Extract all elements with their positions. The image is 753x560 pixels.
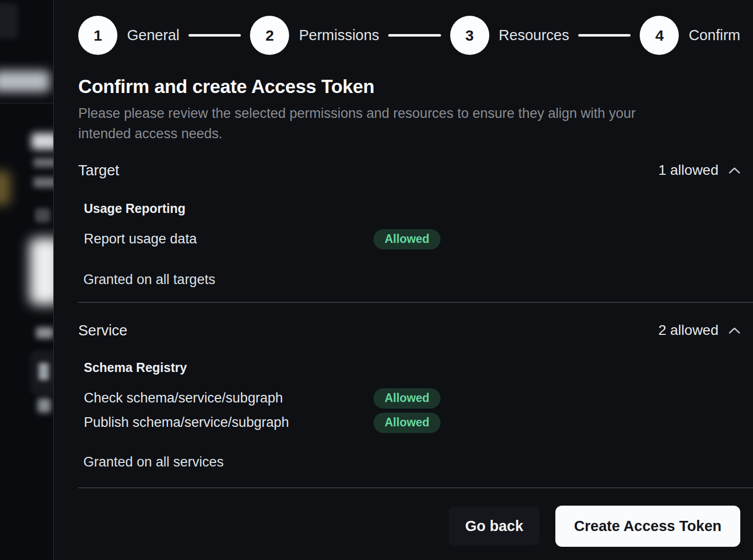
wizard-footer: Go back Create Access Token (54, 506, 753, 547)
status-badge: Allowed (373, 388, 441, 409)
section-service-group: Schema Registry Check schema/service/sub… (59, 360, 753, 433)
service-group-title: Schema Registry (84, 360, 740, 375)
section-service-count: 2 allowed (658, 322, 718, 338)
step-confirm-label: Confirm (688, 27, 740, 44)
step-general-number: 1 (78, 16, 117, 55)
section-service-collapse-toggle[interactable]: 2 allowed (658, 322, 740, 338)
go-back-button[interactable]: Go back (449, 507, 539, 545)
target-granted-note: Granted on all targets (59, 272, 753, 288)
stepper-connector (189, 34, 241, 37)
divider (78, 302, 753, 303)
section-target-header: Target 1 allowed (54, 162, 753, 179)
blurred-accent-blob (0, 171, 10, 205)
section-target-group: Usage Reporting Report usage data Allowe… (59, 201, 753, 250)
blurred-input-letter (39, 363, 49, 380)
blurred-logo (0, 3, 18, 39)
step-confirm[interactable]: 4 Confirm (640, 16, 740, 55)
blurred-card (29, 238, 54, 305)
blurred-text-line-3 (36, 327, 53, 338)
blurred-icon (35, 208, 50, 223)
step-confirm-number: 4 (640, 16, 679, 55)
chevron-up-icon (729, 327, 740, 334)
chevron-up-icon (729, 167, 740, 174)
target-group-title: Usage Reporting (84, 201, 740, 216)
blurred-heading (32, 133, 54, 149)
backdrop-divider (0, 103, 54, 104)
page-description: Please please review the selected permis… (54, 103, 684, 144)
blurred-text-line-4 (38, 398, 51, 413)
step-general-label: General (127, 27, 179, 44)
screen: 1 General 2 Permissions 3 Resources 4 Co… (0, 0, 753, 560)
section-service-header: Service 2 allowed (54, 322, 753, 339)
permission-row: Check schema/service/subgraph Allowed (84, 388, 740, 409)
blurred-text-line-2 (34, 177, 54, 188)
section-target-title: Target (78, 162, 119, 179)
permission-label: Check schema/service/subgraph (84, 390, 373, 406)
permission-row: Publish schema/service/subgraph Allowed (84, 413, 740, 433)
step-permissions[interactable]: 2 Permissions (250, 16, 379, 55)
create-access-token-button[interactable]: Create Access Token (555, 506, 740, 547)
create-access-token-panel: 1 General 2 Permissions 3 Resources 4 Co… (53, 0, 753, 560)
permission-label: Report usage data (84, 231, 373, 247)
wizard-stepper: 1 General 2 Permissions 3 Resources 4 Co… (54, 16, 753, 55)
step-permissions-number: 2 (250, 16, 289, 55)
step-resources-number: 3 (450, 16, 489, 55)
step-permissions-label: Permissions (299, 27, 379, 44)
stepper-connector (578, 34, 631, 37)
stepper-connector (388, 34, 441, 37)
status-badge: Allowed (373, 413, 441, 433)
service-granted-note: Granted on all services (59, 454, 753, 470)
section-target-count: 1 allowed (658, 162, 718, 178)
blurred-text-line-1 (34, 158, 54, 167)
step-resources[interactable]: 3 Resources (450, 16, 570, 55)
permission-label: Publish schema/service/subgraph (84, 415, 373, 430)
step-resources-label: Resources (499, 27, 570, 44)
permission-row: Report usage data Allowed (84, 229, 740, 250)
blurred-nav-item (0, 71, 50, 92)
divider (78, 487, 753, 488)
page-title: Confirm and create Access Token (54, 76, 753, 98)
status-badge: Allowed (373, 229, 441, 250)
section-target-collapse-toggle[interactable]: 1 allowed (658, 162, 740, 178)
section-service-title: Service (78, 322, 128, 339)
step-general[interactable]: 1 General (78, 16, 179, 55)
background-page (0, 0, 54, 560)
